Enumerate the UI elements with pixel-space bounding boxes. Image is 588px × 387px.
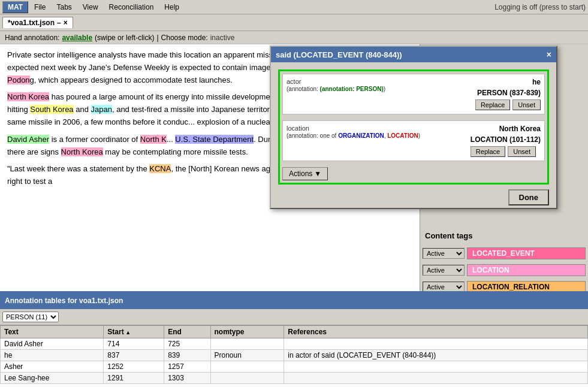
tab-label: *voa1.txt.json bbox=[8, 19, 55, 27]
logging-status[interactable]: Logging is off (press to start) bbox=[494, 3, 586, 11]
tab-minus[interactable]: – bbox=[57, 19, 61, 27]
bottom-title: Annotation tables for voa1.txt.json bbox=[5, 297, 123, 305]
actions-button[interactable]: Actions ▼ bbox=[282, 167, 328, 180]
file-menu[interactable]: File bbox=[29, 2, 50, 13]
cell-start: 837 bbox=[104, 350, 164, 361]
tabs-menu[interactable]: Tabs bbox=[52, 2, 76, 13]
actor-buttons: Replace Unset bbox=[475, 99, 541, 110]
cell-nomtype bbox=[210, 373, 284, 384]
actor-label: actor (annotation: (annotation: PERSON)) bbox=[287, 78, 385, 92]
modal-title-bar: said (LOCATED_EVENT (840-844)) × bbox=[271, 47, 556, 62]
col-text[interactable]: Text bbox=[1, 326, 104, 338]
location-field: location (annotation: one of ORGANIZATIO… bbox=[282, 120, 545, 161]
file-tab[interactable]: *voa1.txt.json – × bbox=[2, 17, 73, 28]
col-end[interactable]: End bbox=[164, 326, 210, 338]
col-nomtype[interactable]: nomtype bbox=[210, 326, 284, 338]
cell-end: 1257 bbox=[164, 361, 210, 373]
reconciliation-menu[interactable]: Reconciliation bbox=[104, 2, 159, 13]
annotation-mode: inactive bbox=[210, 34, 235, 42]
actor-field: actor (annotation: (annotation: PERSON))… bbox=[282, 74, 545, 114]
location-buttons: Replace Unset bbox=[471, 146, 541, 157]
actor-replace-button[interactable]: Replace bbox=[475, 99, 510, 110]
main-area: Private sector intelligence analysts hav… bbox=[0, 44, 588, 291]
menu-bar: MAT File Tabs View Reconciliation Help L… bbox=[0, 0, 588, 14]
annotation-table: Text Start End nomtype References David … bbox=[0, 325, 588, 384]
cell-text: Asher bbox=[1, 361, 104, 373]
location-unset-button[interactable]: Unset bbox=[508, 146, 536, 157]
bottom-header: Annotation tables for voa1.txt.json bbox=[0, 292, 588, 309]
cell-nomtype: Pronoun bbox=[210, 350, 284, 361]
tab-close[interactable]: × bbox=[64, 19, 68, 27]
col-start[interactable]: Start bbox=[104, 326, 164, 338]
annotation-sep: | bbox=[156, 34, 158, 42]
col-references[interactable]: References bbox=[284, 326, 588, 338]
actor-value: he bbox=[475, 78, 541, 86]
modal-title: said (LOCATED_EVENT (840-844)) bbox=[276, 50, 402, 59]
help-menu[interactable]: Help bbox=[159, 2, 184, 13]
modal-overlay: said (LOCATED_EVENT (840-844)) × actor (… bbox=[0, 44, 588, 291]
cell-start: 1252 bbox=[104, 361, 164, 373]
cell-references bbox=[284, 338, 588, 350]
cell-references: in actor of said (LOCATED_EVENT (840-844… bbox=[284, 350, 588, 361]
view-menu[interactable]: View bbox=[78, 2, 103, 13]
cell-references bbox=[284, 361, 588, 373]
cell-end: 725 bbox=[164, 338, 210, 350]
bottom-controls: PERSON (11) bbox=[0, 309, 588, 325]
cell-text: he bbox=[1, 350, 104, 361]
cell-start: 714 bbox=[104, 338, 164, 350]
modal-green-border: actor (annotation: (annotation: PERSON))… bbox=[278, 69, 549, 185]
cell-text: David Asher bbox=[1, 338, 104, 350]
person-select[interactable]: PERSON (11) bbox=[2, 312, 59, 322]
annotation-swipe: (swipe or left-click) bbox=[95, 34, 154, 42]
cell-references bbox=[284, 373, 588, 384]
modal-close-button[interactable]: × bbox=[547, 50, 551, 59]
actor-ref: PERSON (837-839) bbox=[475, 89, 541, 97]
cell-nomtype bbox=[210, 338, 284, 350]
table-row: Lee Sang-hee12911303 bbox=[1, 373, 588, 384]
annotation-label: Hand annotation: bbox=[5, 34, 59, 42]
annotation-status[interactable]: available bbox=[62, 34, 92, 42]
cell-nomtype bbox=[210, 361, 284, 373]
table-row: David Asher714725 bbox=[1, 338, 588, 350]
table-wrapper: Text Start End nomtype References David … bbox=[0, 325, 588, 387]
actor-unset-button[interactable]: Unset bbox=[512, 99, 541, 110]
table-row: Asher12521257 bbox=[1, 361, 588, 373]
cell-start: 1291 bbox=[104, 373, 164, 384]
modal-content: actor (annotation: (annotation: PERSON))… bbox=[271, 62, 556, 192]
mat-menu[interactable]: MAT bbox=[2, 1, 28, 13]
table-row: he837839Pronounin actor of said (LOCATED… bbox=[1, 350, 588, 361]
location-label: location (annotation: one of ORGANIZATIO… bbox=[287, 125, 420, 139]
annotation-bar: Hand annotation: available (swipe or lef… bbox=[0, 31, 588, 44]
actions-row: Actions ▼ bbox=[282, 167, 545, 180]
cell-end: 1303 bbox=[164, 373, 210, 384]
cell-text: Lee Sang-hee bbox=[1, 373, 104, 384]
bottom-section: Annotation tables for voa1.txt.json PERS… bbox=[0, 291, 588, 387]
location-replace-button[interactable]: Replace bbox=[471, 146, 505, 157]
actor-annotation: (annotation: (annotation: PERSON)) bbox=[287, 86, 385, 92]
cell-end: 839 bbox=[164, 350, 210, 361]
location-annotation: (annotation: one of ORGANIZATION, LOCATI… bbox=[287, 132, 420, 139]
tab-bar: *voa1.txt.json – × bbox=[0, 14, 588, 31]
location-ref: LOCATION (101-112) bbox=[471, 135, 541, 144]
location-value: North Korea bbox=[471, 125, 541, 133]
done-button[interactable]: Done bbox=[508, 189, 550, 205]
modal-dialog: said (LOCATED_EVENT (840-844)) × actor (… bbox=[270, 46, 557, 209]
annotation-mode-label: Choose mode: bbox=[161, 34, 208, 42]
